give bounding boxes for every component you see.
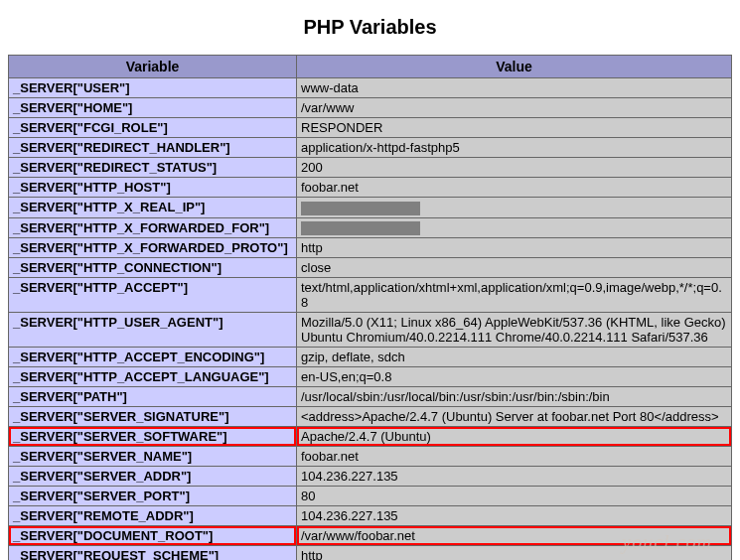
table-row: _SERVER["SERVER_SIGNATURE"]<address>Apac… bbox=[9, 407, 732, 427]
table-row: _SERVER["HTTP_USER_AGENT"]Mozilla/5.0 (X… bbox=[9, 313, 732, 348]
value-cell: 200 bbox=[297, 158, 732, 178]
value-cell: /var/www/foobar.net bbox=[297, 526, 732, 546]
table-row: _SERVER["SERVER_PORT"]80 bbox=[9, 487, 732, 506]
table-row: _SERVER["DOCUMENT_ROOT"]/var/www/foobar.… bbox=[9, 526, 732, 546]
value-cell: RESPONDER bbox=[297, 118, 732, 138]
table-header-row: Variable Value bbox=[9, 56, 732, 78]
redacted-block bbox=[301, 202, 420, 215]
header-variable: Variable bbox=[9, 56, 297, 78]
value-cell: foobar.net bbox=[297, 447, 732, 467]
variable-cell: _SERVER["HTTP_X_REAL_IP"] bbox=[9, 198, 297, 218]
table-row: _SERVER["HTTP_CONNECTION"]close bbox=[9, 258, 732, 278]
value-cell bbox=[297, 217, 732, 238]
value-cell: Mozilla/5.0 (X11; Linux x86_64) AppleWeb… bbox=[297, 313, 732, 348]
variable-cell: _SERVER["SERVER_NAME"] bbox=[9, 447, 297, 467]
table-row: _SERVER["HTTP_ACCEPT_LANGUAGE"]en-US,en;… bbox=[9, 367, 732, 387]
variable-cell: _SERVER["HTTP_ACCEPT_LANGUAGE"] bbox=[9, 367, 297, 387]
value-cell: text/html,application/xhtml+xml,applicat… bbox=[297, 278, 732, 313]
variable-cell: _SERVER["SERVER_ADDR"] bbox=[9, 467, 297, 487]
table-row: _SERVER["HTTP_X_FORWARDED_FOR"] bbox=[9, 217, 732, 238]
value-cell: application/x-httpd-fastphp5 bbox=[297, 138, 732, 158]
value-cell: /usr/local/sbin:/usr/local/bin:/usr/sbin… bbox=[297, 387, 732, 407]
variable-cell: _SERVER["HTTP_X_FORWARDED_FOR"] bbox=[9, 217, 297, 238]
table-row: _SERVER["HTTP_HOST"]foobar.net bbox=[9, 178, 732, 198]
value-cell: en-US,en;q=0.8 bbox=[297, 367, 732, 387]
variable-cell: _SERVER["HTTP_CONNECTION"] bbox=[9, 258, 297, 278]
value-cell: www-data bbox=[297, 78, 732, 98]
variable-cell: _SERVER["REQUEST_SCHEME"] bbox=[9, 546, 297, 560]
value-cell bbox=[297, 198, 732, 218]
value-cell: Apache/2.4.7 (Ubuntu) bbox=[297, 427, 732, 447]
variable-cell: _SERVER["HTTP_USER_AGENT"] bbox=[9, 313, 297, 348]
variable-cell: _SERVER["SERVER_SOFTWARE"] bbox=[9, 427, 297, 447]
variable-cell: _SERVER["PATH"] bbox=[9, 387, 297, 407]
table-row: _SERVER["REQUEST_SCHEME"]http bbox=[9, 546, 732, 560]
table-row: _SERVER["REDIRECT_HANDLER"]application/x… bbox=[9, 138, 732, 158]
table-row: _SERVER["HTTP_ACCEPT"]text/html,applicat… bbox=[9, 278, 732, 313]
value-cell: <address>Apache/2.4.7 (Ubuntu) Server at… bbox=[297, 407, 732, 427]
value-cell: 80 bbox=[297, 487, 732, 506]
variable-cell: _SERVER["USER"] bbox=[9, 78, 297, 98]
variable-cell: _SERVER["HTTP_ACCEPT_ENCODING"] bbox=[9, 348, 297, 367]
value-cell: 104.236.227.135 bbox=[297, 506, 732, 526]
variable-cell: _SERVER["REDIRECT_HANDLER"] bbox=[9, 138, 297, 158]
variable-cell: _SERVER["REDIRECT_STATUS"] bbox=[9, 158, 297, 178]
variable-cell: _SERVER["HTTP_HOST"] bbox=[9, 178, 297, 198]
table-row: _SERVER["PATH"]/usr/local/sbin:/usr/loca… bbox=[9, 387, 732, 407]
table-row: _SERVER["HTTP_X_REAL_IP"] bbox=[9, 198, 732, 218]
table-row: _SERVER["SERVER_NAME"]foobar.net bbox=[9, 447, 732, 467]
page-title: PHP Variables bbox=[8, 16, 732, 39]
variable-cell: _SERVER["DOCUMENT_ROOT"] bbox=[9, 526, 297, 546]
table-row: _SERVER["SERVER_ADDR"]104.236.227.135 bbox=[9, 467, 732, 487]
variable-cell: _SERVER["SERVER_SIGNATURE"] bbox=[9, 407, 297, 427]
table-row: _SERVER["FCGI_ROLE"]RESPONDER bbox=[9, 118, 732, 138]
value-cell: foobar.net bbox=[297, 178, 732, 198]
table-row: _SERVER["REMOTE_ADDR"]104.236.227.135 bbox=[9, 506, 732, 526]
variable-cell: _SERVER["HOME"] bbox=[9, 98, 297, 118]
variable-cell: _SERVER["HTTP_ACCEPT"] bbox=[9, 278, 297, 313]
variable-cell: _SERVER["FCGI_ROLE"] bbox=[9, 118, 297, 138]
variable-cell: _SERVER["REMOTE_ADDR"] bbox=[9, 506, 297, 526]
table-row: _SERVER["HOME"]/var/www bbox=[9, 98, 732, 118]
redacted-block bbox=[301, 221, 420, 235]
variable-cell: _SERVER["HTTP_X_FORWARDED_PROTO"] bbox=[9, 238, 297, 258]
variables-table: Variable Value _SERVER["USER"]www-data_S… bbox=[8, 55, 732, 560]
value-cell: gzip, deflate, sdch bbox=[297, 348, 732, 367]
value-cell: http bbox=[297, 238, 732, 258]
value-cell: close bbox=[297, 258, 732, 278]
table-row: _SERVER["HTTP_ACCEPT_ENCODING"]gzip, def… bbox=[9, 348, 732, 367]
table-row: _SERVER["USER"]www-data bbox=[9, 78, 732, 98]
value-cell: 104.236.227.135 bbox=[297, 467, 732, 487]
page-container: PHP Variables Variable Value _SERVER["US… bbox=[8, 16, 732, 560]
header-value: Value bbox=[297, 56, 732, 78]
table-row: _SERVER["REDIRECT_STATUS"]200 bbox=[9, 158, 732, 178]
table-row: _SERVER["HTTP_X_FORWARDED_PROTO"]http bbox=[9, 238, 732, 258]
value-cell: /var/www bbox=[297, 98, 732, 118]
variable-cell: _SERVER["SERVER_PORT"] bbox=[9, 487, 297, 506]
value-cell: http bbox=[297, 546, 732, 560]
table-row: _SERVER["SERVER_SOFTWARE"]Apache/2.4.7 (… bbox=[9, 427, 732, 447]
